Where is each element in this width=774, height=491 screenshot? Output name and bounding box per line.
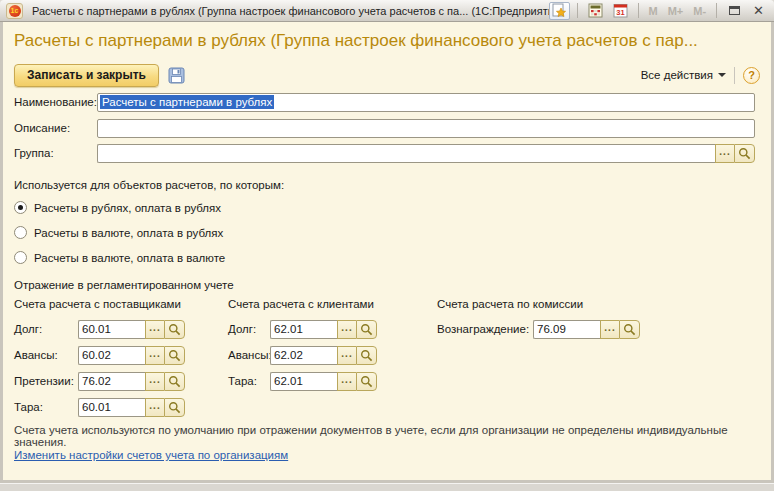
clients-column: Счета расчета с клиентами Долг: 62.01 ..… — [228, 298, 377, 397]
titlebar: 1с Расчеты с партнерами в рублях (Группа… — [0, 0, 774, 22]
name-selected-text: Расчеты с партнерами в рублях — [100, 95, 274, 109]
group-row: Группа: ... — [14, 143, 760, 163]
maximize-icon — [729, 6, 740, 15]
column-header: Счета расчета по комиссии — [437, 298, 640, 319]
magnifier-icon — [623, 323, 636, 336]
account-input-debt[interactable]: 60.01 ... — [78, 320, 185, 339]
account-value[interactable]: 76.09 — [533, 320, 600, 339]
save-button[interactable] — [168, 67, 185, 84]
field-label: Тара: — [14, 401, 78, 413]
window-title: Расчеты с партнерами в рублях (Группа на… — [32, 5, 549, 17]
account-input-debt[interactable]: 62.01 ... — [270, 320, 377, 339]
magnifier-icon — [168, 349, 181, 362]
choose-button[interactable]: ... — [337, 320, 356, 339]
help-button[interactable]: ? — [743, 67, 760, 84]
description-input[interactable] — [97, 119, 755, 138]
account-value[interactable]: 60.02 — [78, 346, 145, 365]
radio-label: Расчеты в рублях, оплата в рублях — [34, 202, 221, 214]
account-input-tare[interactable]: 60.01 ... — [78, 398, 185, 417]
save-and-close-button[interactable]: Записать и закрыть — [14, 64, 159, 87]
account-value[interactable]: 76.02 — [78, 372, 145, 391]
account-input-advances[interactable]: 62.02 ... — [270, 346, 377, 365]
search-button[interactable] — [356, 346, 377, 365]
memory-m-button[interactable]: M — [646, 5, 661, 17]
account-row-claims: Претензии: 76.02 ... — [14, 371, 185, 391]
group-search-button[interactable] — [734, 144, 755, 163]
description-label: Описание: — [14, 122, 97, 134]
suppliers-column: Счета расчета с поставщиками Долг: 60.01… — [14, 298, 185, 423]
radio-button-icon[interactable] — [14, 251, 27, 264]
radio-button-icon[interactable] — [14, 226, 27, 239]
account-input-reward[interactable]: 76.09 ... — [533, 320, 640, 339]
account-value[interactable]: 62.01 — [270, 372, 337, 391]
field-label: Долг: — [14, 323, 78, 335]
svg-text:31: 31 — [616, 8, 624, 17]
field-label: Вознаграждение: — [437, 323, 533, 335]
account-row-debt: Долг: 62.01 ... — [228, 319, 377, 339]
account-row-tare: Тара: 60.01 ... — [14, 397, 185, 417]
choose-button[interactable]: ... — [600, 320, 619, 339]
name-input[interactable]: Расчеты с партнерами в рублях — [97, 93, 755, 112]
account-row-debt: Долг: 60.01 ... — [14, 319, 185, 339]
account-row-reward: Вознаграждение: 76.09 ... — [437, 319, 640, 339]
magnifier-icon — [738, 147, 751, 160]
choose-button[interactable]: ... — [145, 320, 164, 339]
radio-label: Расчеты в валюте, оплата в валюте — [34, 252, 225, 264]
search-button[interactable] — [164, 320, 185, 339]
radio-cur-rub[interactable]: Расчеты в валюте, оплата в рублях — [14, 226, 223, 239]
calendar-icon[interactable]: 31 — [610, 2, 631, 20]
column-header: Счета расчета с поставщиками — [14, 298, 185, 319]
search-button[interactable] — [356, 372, 377, 391]
search-button[interactable] — [164, 346, 185, 365]
search-button[interactable] — [619, 320, 640, 339]
calculator-icon[interactable] — [585, 2, 606, 20]
change-accounts-link[interactable]: Изменить настройки счетов учета по орган… — [14, 449, 288, 461]
name-label: Наименование: — [14, 96, 97, 108]
column-header: Счета расчета с клиентами — [228, 298, 377, 319]
group-input[interactable]: ... — [97, 144, 755, 163]
choose-button[interactable]: ... — [145, 346, 164, 365]
account-input-claims[interactable]: 76.02 ... — [78, 372, 185, 391]
close-button[interactable]: ✕ — [749, 4, 768, 17]
account-value[interactable]: 60.01 — [78, 398, 145, 417]
1c-logo-icon: 1с — [9, 5, 21, 17]
titlebar-buttons: 31 M M+ M- ✕ — [549, 2, 769, 20]
bookmark-star-icon[interactable] — [549, 2, 570, 20]
account-value[interactable]: 62.01 — [270, 320, 337, 339]
magnifier-icon — [168, 323, 181, 336]
search-button[interactable] — [164, 398, 185, 417]
field-label: Претензии: — [14, 375, 78, 387]
description-row: Описание: — [14, 118, 760, 138]
account-input-advances[interactable]: 60.02 ... — [78, 346, 185, 365]
memory-m-plus-button[interactable]: M+ — [665, 5, 687, 17]
search-button[interactable] — [356, 320, 377, 339]
form-body: Расчеты с партнерами в рублях (Группа на… — [0, 22, 774, 483]
name-row: Наименование: Расчеты с партнерами в руб… — [14, 92, 760, 112]
magnifier-icon — [360, 375, 373, 388]
toolbar-right: Все действия ? — [641, 67, 760, 84]
group-input-text[interactable] — [97, 144, 715, 163]
group-choose-button[interactable]: ... — [715, 144, 734, 163]
page-title: Расчеты с партнерами в рублях (Группа на… — [14, 31, 759, 51]
memory-m-minus-button[interactable]: M- — [690, 5, 709, 17]
radio-cur-cur[interactable]: Расчеты в валюте, оплата в валюте — [14, 251, 225, 264]
radio-button-icon[interactable] — [14, 201, 27, 214]
accounting-section-title: Отражение в регламентированном учете — [14, 279, 234, 291]
magnifier-icon — [168, 375, 181, 388]
titlebar-separator — [716, 3, 717, 18]
toolbar: Записать и закрыть Все действия ? — [14, 62, 760, 88]
choose-button[interactable]: ... — [145, 398, 164, 417]
account-value[interactable]: 62.02 — [270, 346, 337, 365]
choose-button[interactable]: ... — [145, 372, 164, 391]
account-input-tare[interactable]: 62.01 ... — [270, 372, 377, 391]
magnifier-icon — [168, 401, 181, 414]
search-button[interactable] — [164, 372, 185, 391]
choose-button[interactable]: ... — [337, 346, 356, 365]
account-value[interactable]: 60.01 — [78, 320, 145, 339]
choose-button[interactable]: ... — [337, 372, 356, 391]
group-label: Группа: — [14, 147, 97, 159]
maximize-button[interactable] — [724, 2, 745, 20]
radio-rub-rub[interactable]: Расчеты в рублях, оплата в рублях — [14, 201, 221, 214]
app-window: 1с Расчеты с партнерами в рублях (Группа… — [0, 0, 774, 483]
all-actions-button[interactable]: Все действия — [641, 69, 726, 81]
